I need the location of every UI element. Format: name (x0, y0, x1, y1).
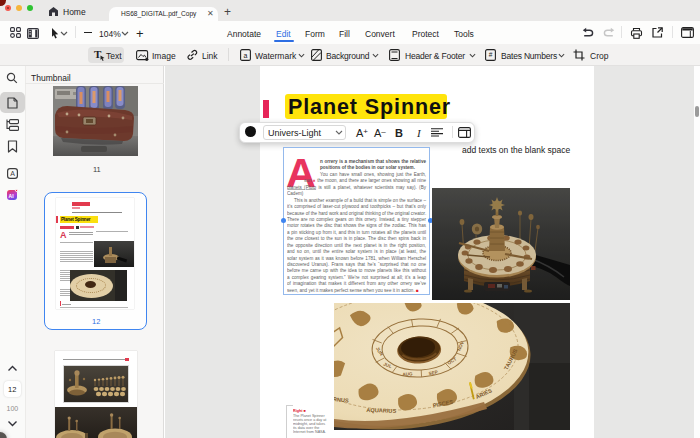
svg-text:a: a (244, 52, 248, 59)
svg-text:A: A (10, 170, 15, 177)
svg-text:#: # (489, 51, 493, 58)
svg-text:AUG: AUG (402, 371, 413, 377)
